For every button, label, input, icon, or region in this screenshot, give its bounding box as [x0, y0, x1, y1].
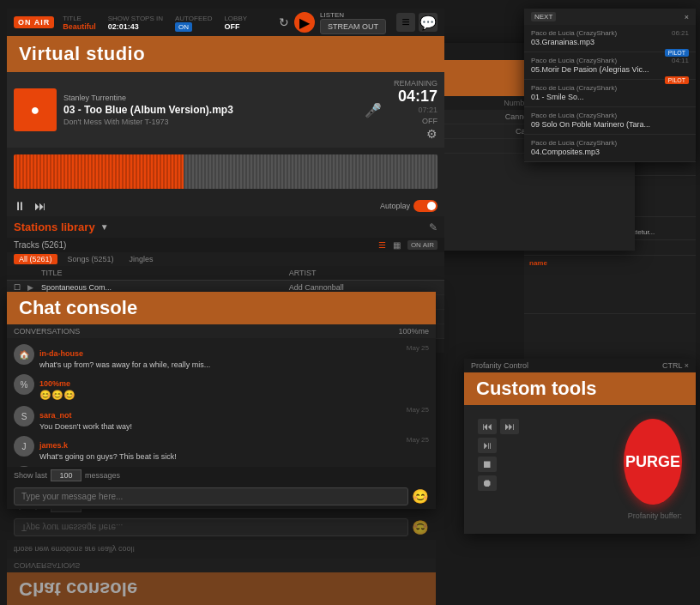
record-button[interactable]: ⏺ [478, 475, 497, 491]
msg-content: sara_not May 25 You Doesn't work that wa… [39, 406, 429, 431]
track-total: 07:21 [394, 106, 438, 114]
chat-2-input[interactable] [14, 518, 408, 536]
bar-view-icon[interactable]: ▦ [393, 240, 401, 250]
next-button[interactable]: ⏭ [34, 199, 46, 213]
title-col-header[interactable]: TITLE [41, 269, 289, 277]
track-time: REMAINING 04:17 07:21 OFF ⚙ [394, 79, 438, 141]
emoji-picker-icon[interactable]: 😊 [412, 488, 429, 505]
chat-2-input-row: 😊 [7, 515, 436, 540]
list-item: S sara_not May 25 You Doesn't work that … [7, 403, 436, 433]
stream-out-button[interactable]: STREAM OUT [320, 19, 386, 34]
msg-content: starford May 25 You: Thunderbolt and lig… [39, 466, 429, 467]
all-filter-button[interactable]: All (5261) [14, 254, 57, 264]
list-item[interactable]: name [524, 256, 696, 314]
on-air-filter[interactable]: ON AIR [407, 240, 438, 250]
ctrl-row-4: ⏺ [478, 475, 617, 491]
title-value: Beautiful [63, 22, 96, 31]
message-count-input[interactable] [51, 469, 81, 481]
track-album: Don't Mess With Mister T-1973 [63, 118, 358, 126]
remaining-label: REMAINING [394, 79, 438, 88]
custom-tools-panel: Profanity Control CTRL × Custom tools ⏮ … [464, 359, 696, 534]
chat-console-2-panel: Chat console CONVERSATIONS those new emo… [7, 498, 436, 605]
virtual-studio-header: Virtual studio [7, 36, 444, 72]
pilot-button-0[interactable]: PILOT [665, 49, 689, 57]
pencil-icon[interactable]: ✎ [429, 221, 438, 233]
row-checkbox[interactable]: ☐ [14, 283, 27, 292]
queue-icon[interactable]: ≡ [396, 13, 415, 32]
songs-filter-button[interactable]: Songs (5251) [63, 254, 119, 264]
q-artist-1: Paco de Lucia (CrazyShark) [531, 57, 689, 64]
library-dropdown-icon[interactable]: ▼ [100, 222, 109, 232]
q-artist-0: Paco de Lucia (CrazyShark) [531, 29, 689, 37]
conversations-2-label: CONVERSATIONS [14, 561, 80, 570]
chat-text: What's going on guys? This beat is sick! [39, 452, 429, 461]
chat-date: May 25 [407, 466, 429, 467]
refresh-icon[interactable]: ↻ [279, 15, 289, 29]
list-item: J james.k May 25 What's going on guys? T… [7, 433, 436, 463]
profanity-close-button[interactable]: CTRL × [662, 361, 689, 370]
q-duration-0: 06:21 [672, 29, 689, 37]
queue-close-button[interactable]: × [685, 13, 689, 21]
queue-item-0[interactable]: 06:21 Paco de Lucia (CrazyShark) 03.Gran… [524, 25, 696, 52]
play-pause-button[interactable]: ⏯ [478, 438, 497, 453]
tracks-filter-bar: Tracks (5261) ☰ ▦ ON AIR [7, 238, 444, 252]
queue-header: NEXT × [524, 9, 696, 25]
next-badge: NEXT [531, 12, 556, 21]
controls-and-purge: ⏮ ⏭ ⏯ ⏹ ⏺ PURGE [478, 419, 682, 505]
profanity-buffer-label: Profanity buffer: [478, 511, 682, 520]
chat-body: CONVERSATIONS 100%me 🏠 in-da-house May 2… [7, 324, 436, 509]
stop-button[interactable]: ⏹ [478, 457, 497, 472]
q-artist-3: Paco de Lucia (CrazyShark) [531, 112, 689, 119]
row-title: Spontaneous Com... [41, 283, 289, 292]
pause-button[interactable]: ⏸ [14, 199, 26, 213]
list-item: 🏠 in-da-house May 25 what's up from? was… [7, 342, 436, 372]
row-artist: Add Cannonball [289, 283, 438, 292]
purge-button[interactable]: PURGE [624, 419, 682, 505]
chat-message-input[interactable] [14, 487, 408, 505]
list-view-icon[interactable]: ☰ [378, 240, 386, 250]
show-last-row: Show last messages [7, 467, 436, 484]
chat-username: 100%me [39, 379, 70, 388]
queue-panel: NEXT × 06:21 Paco de Lucia (CrazyShark) … [524, 9, 696, 162]
chat-text: You Doesn't work that way! [39, 422, 429, 431]
playback-controls: ⏸ ⏭ Autoplay [7, 196, 444, 216]
tracks-count[interactable]: Tracks (5261) [14, 240, 66, 250]
record-icon: ● [31, 101, 40, 119]
chat-2-body: CONVERSATIONS those new emotions are rea… [7, 498, 436, 572]
online-indicator: 100%me [398, 327, 429, 336]
sc-text [529, 267, 691, 310]
title-label: TITLE [63, 15, 96, 22]
q-artist-2: Paco de Lucia (CrazyShark) [531, 84, 689, 92]
ctrl-row-1: ⏮ ⏭ [478, 419, 617, 434]
track-list-header: TITLE ARTIST [7, 266, 444, 281]
avatar: S [14, 406, 34, 427]
ctrl-row-3: ⏹ [478, 457, 617, 472]
chat-2-placeholder: those new emotions are really cool! [7, 540, 436, 559]
autoplay-toggle[interactable]: Autoplay [380, 200, 438, 212]
chat-2-emoji-icon[interactable]: 😊 [412, 519, 429, 535]
jingles-filter-button[interactable]: Jingles [124, 254, 159, 264]
autofeed-value[interactable]: ON [175, 22, 192, 32]
off-status: OFF [394, 117, 438, 125]
settings-icon[interactable]: ⚙ [394, 127, 438, 141]
show-stops-value: 02:01:43 [108, 22, 163, 31]
prev-button[interactable]: ⏮ [478, 419, 497, 434]
chat-2-section-header: CONVERSATIONS [7, 559, 436, 572]
next-ct-button[interactable]: ⏭ [500, 419, 519, 434]
artist-col-header[interactable]: ARTIST [289, 269, 438, 277]
chat-date: May 25 [407, 406, 429, 414]
lobby-value: OFF [224, 22, 247, 31]
category-filters: All (5261) Songs (5251) Jingles [7, 252, 444, 266]
custom-tools-body: ⏮ ⏭ ⏯ ⏹ ⏺ PURGE Profanity buffer: [464, 405, 696, 534]
chat-console-panel: Chat console CONVERSATIONS 100%me 🏠 in-d… [7, 292, 436, 509]
mic-icon-area: 🎤 [365, 102, 382, 118]
track-info: Stanley Turrentine 03 - Too Blue (Album … [63, 94, 358, 126]
chat-username: james.k [39, 441, 68, 450]
queue-item-4[interactable]: Paco de Lucia (CrazyShark) 04.Composites… [524, 135, 696, 162]
pilot-button-1[interactable]: PILOT [665, 76, 689, 84]
chat-icon[interactable]: 💬 [419, 13, 438, 32]
view-toggles: ☰ ▦ ON AIR [378, 240, 438, 250]
queue-item-3[interactable]: Paco de Lucia (CrazyShark) 09 Solo On Po… [524, 107, 696, 135]
autoplay-switch[interactable] [413, 200, 438, 212]
row-play-icon[interactable]: ▶ [27, 283, 41, 292]
